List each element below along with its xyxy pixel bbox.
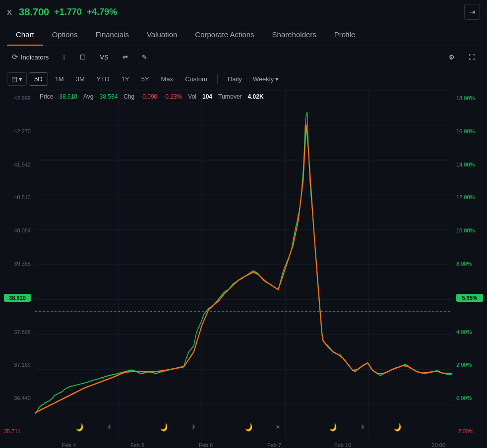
date-feb10: Feb 10 [308, 442, 377, 448]
price-41542: 41.542 [4, 162, 31, 168]
chart-type-arrow: ▾ [19, 75, 22, 83]
price-display: 38.700 [19, 6, 49, 18]
moon-icon-3: 🌙 [245, 423, 253, 432]
price-change: +1.770 [54, 7, 82, 17]
period-right: Daily Weekly ▾ [223, 73, 283, 85]
fullscreen-icon: ⛶ [469, 54, 475, 61]
weekly-button[interactable]: Weekly ▾ [249, 73, 283, 85]
pct-14: 14.00% [456, 162, 483, 168]
compare-button[interactable]: ⇌ [118, 51, 133, 63]
daily-button[interactable]: Daily [223, 73, 247, 85]
pct-10: 10.00% [456, 227, 483, 233]
chart-area: 42.999 42.270 41.542 40.813 40.084 39.35… [0, 90, 487, 439]
current-pct-badge: 5.95% [456, 294, 483, 302]
low-price-label: 35.711 [4, 428, 31, 434]
period-max[interactable]: Max [156, 73, 179, 85]
price-36440: 36.440 [4, 395, 31, 401]
price-39355: 39.355 [4, 261, 31, 267]
period-1m[interactable]: 1M [50, 73, 69, 85]
period-separator [217, 74, 218, 84]
period-5y[interactable]: 5Y [136, 73, 154, 85]
toolbar: ⟳ Indicators ⫶ ☐ VS ⇌ ✎ ⚙ ⛶ [0, 46, 487, 68]
date-feb4: Feb 4 [35, 442, 103, 448]
pct-0: 0.00% [456, 395, 483, 401]
price-37898: 37.898 [4, 329, 31, 335]
date-feb5: Feb 5 [103, 442, 172, 448]
moon-icon-2: 🌙 [160, 423, 168, 432]
price-42999: 42.999 [4, 95, 31, 101]
pct-4: 4.00% [456, 329, 483, 335]
chart-style-button[interactable]: ⫶ [58, 51, 71, 63]
sun-icon-3: ☀ [275, 423, 281, 432]
sun-icon-1: ☀ [107, 423, 112, 432]
date-2000: 20:00 [377, 442, 480, 448]
period-3m[interactable]: 3M [71, 73, 90, 85]
right-pct-axis: 18.00% 16.00% 14.00% 12.00% 10.00% 8.00%… [452, 90, 487, 439]
moon-icon-5: 🌙 [394, 423, 402, 432]
vs-label: VS [100, 54, 108, 61]
tab-valuation[interactable]: Valuation [138, 24, 186, 46]
chart-type-button[interactable]: ▤ ▾ [7, 72, 27, 86]
date-feb7: Feb 7 [240, 442, 308, 448]
price-37169: 37.169 [4, 362, 31, 368]
tab-profile[interactable]: Profile [325, 24, 365, 46]
date-feb6: Feb 6 [172, 442, 240, 448]
nav-tabs: Chart Options Financials Valuation Corpo… [0, 24, 487, 46]
tab-shareholders[interactable]: Shareholders [263, 24, 325, 46]
pct-18: 18.00% [456, 95, 483, 101]
price-change-pct: +4.79% [87, 7, 118, 17]
chart-type-icon: ▤ [11, 75, 17, 83]
fullscreen-button[interactable]: ⛶ [464, 51, 480, 63]
ticker-symbol: X [7, 8, 12, 16]
indicators-label: Indicators [21, 54, 49, 61]
period-1y[interactable]: 1Y [117, 73, 134, 85]
pct-2: 2.00% [456, 362, 483, 368]
period-bar: ▤ ▾ 5D 1M 3M YTD 1Y 5Y Max Custom Daily … [0, 68, 487, 90]
settings-icon: ⚙ [449, 54, 455, 61]
pct-neg2: -2.00% [456, 428, 483, 434]
draw-icon: ✎ [142, 54, 147, 61]
vs-button[interactable]: VS [95, 51, 113, 63]
toolbar-right: ⚙ ⛶ [444, 51, 480, 63]
overlay-icon: ☐ [80, 54, 86, 61]
sun-icon-4: ☀ [360, 423, 365, 432]
chart-style-icon: ⫶ [62, 54, 66, 61]
weekly-arrow: ▾ [275, 75, 279, 83]
indicator-icon: ⟳ [12, 53, 18, 61]
price-40084: 40.084 [4, 227, 31, 233]
chart-svg: 🌙 ☀ 🌙 ☀ 🌙 ☀ 🌙 ☀ 🌙 [35, 90, 452, 439]
tab-corporate-actions[interactable]: Corporate Actions [186, 24, 263, 46]
pct-12: 12.00% [456, 194, 483, 200]
pct-16: 16.00% [456, 128, 483, 134]
indicators-button[interactable]: ⟳ Indicators [7, 50, 54, 64]
left-price-axis: 42.999 42.270 41.542 40.813 40.084 39.35… [0, 90, 35, 439]
period-custom[interactable]: Custom [180, 73, 212, 85]
moon-icon-4: 🌙 [329, 423, 337, 432]
tab-financials[interactable]: Financials [86, 24, 138, 46]
tab-chart[interactable]: Chart [7, 24, 43, 46]
settings-button[interactable]: ⚙ [444, 51, 460, 63]
price-42270: 42.270 [4, 128, 31, 134]
compare-icon: ⇌ [122, 54, 128, 61]
current-price-badge: 38.610 [4, 294, 31, 302]
expand-button[interactable]: ⇥ [464, 4, 480, 20]
tab-options[interactable]: Options [43, 24, 87, 46]
pct-8: 8.00% [456, 261, 483, 267]
sun-icon-2: ☀ [191, 423, 196, 432]
draw-button[interactable]: ✎ [137, 51, 152, 63]
price-40813: 40.813 [4, 194, 31, 200]
overlay-button[interactable]: ☐ [75, 51, 91, 63]
period-5d[interactable]: 5D [29, 72, 48, 86]
header: X 38.700 +1.770 +4.79% ⇥ [0, 0, 487, 24]
date-axis: Feb 4 Feb 5 Feb 6 Feb 7 Feb 10 20:00 [0, 439, 487, 448]
moon-icon-1: 🌙 [76, 423, 84, 432]
period-ytd[interactable]: YTD [92, 73, 115, 85]
chart-main: Price 38.610 Avg 38.534 Chg -0.090 -0.23… [35, 90, 452, 439]
